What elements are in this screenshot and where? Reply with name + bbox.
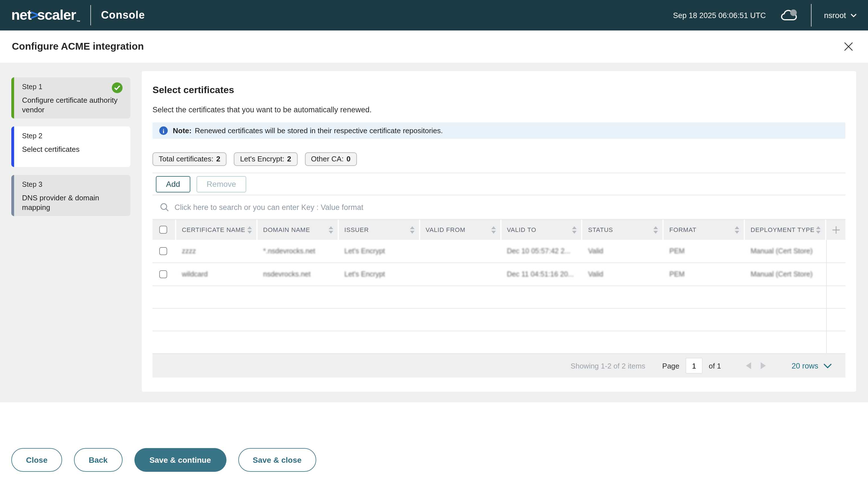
header-status: STATUS xyxy=(583,219,663,240)
chevron-down-icon xyxy=(824,363,832,368)
page-title: Configure ACME integration xyxy=(12,41,144,53)
cell-format: PEM xyxy=(664,263,744,285)
cell-value: PEM xyxy=(670,247,685,255)
note-text: Note: Renewed certificates will be store… xyxy=(173,127,443,135)
cell-value: *.nsdevrocks.net xyxy=(263,247,315,255)
certificates-table: Add Remove CERTIFICATE NAME DOMAIN NAME … xyxy=(153,173,845,378)
certificate-count-badges: Total certificates:2 Let's Encrypt:2 Oth… xyxy=(153,152,845,166)
datetime-label: Sep 18 2025 06:06:51 UTC xyxy=(673,11,766,20)
logo-trademark: ™ xyxy=(76,20,80,24)
badge-other-ca: Other CA:0 xyxy=(305,152,356,166)
badge-total-certificates: Total certificates:2 xyxy=(153,152,226,166)
cell-value: Let's Encrypt xyxy=(344,270,385,278)
badge-label: Other CA: xyxy=(311,155,344,163)
header-valid-from: VALID FROM xyxy=(420,219,500,240)
cell-value: PEM xyxy=(670,270,685,278)
empty-cell xyxy=(153,331,825,353)
product-name: Console xyxy=(101,9,145,22)
wizard-footer: Close Back Save & continue Save & close xyxy=(0,402,868,478)
column-label: STATUS xyxy=(588,226,613,233)
sort-icon[interactable] xyxy=(329,226,333,233)
table-header-row: CERTIFICATE NAME DOMAIN NAME ISSUER VALI… xyxy=(153,219,845,240)
cell-status: Valid xyxy=(583,240,663,263)
header-deployment-type: DEPLOYMENT TYPE xyxy=(745,219,825,240)
sort-icon[interactable] xyxy=(491,226,496,233)
next-page-icon[interactable] xyxy=(761,362,766,369)
close-icon[interactable] xyxy=(844,42,853,52)
back-button[interactable]: Back xyxy=(74,448,122,472)
badge-label: Total certificates: xyxy=(159,155,214,163)
cell-value: wildcard xyxy=(182,270,208,278)
save-and-close-button[interactable]: Save & close xyxy=(238,448,316,472)
header-domain-name: DOMAIN NAME xyxy=(257,219,338,240)
empty-row xyxy=(153,286,845,309)
cell-deployment-type: Manual (Cert Store) xyxy=(745,263,825,285)
empty-row xyxy=(153,309,845,331)
empty-cell xyxy=(153,309,825,331)
cell-format: PEM xyxy=(664,240,744,263)
empty-cell xyxy=(826,286,845,308)
rows-per-page-select[interactable]: 20 rows xyxy=(792,362,832,370)
table-row[interactable]: wildcard nsdevrocks.net Let's Encrypt De… xyxy=(153,263,845,286)
column-label: DOMAIN NAME xyxy=(263,226,310,233)
search-input[interactable] xyxy=(175,203,845,211)
step-1-card[interactable]: Step 1 Configure certificate authority v… xyxy=(11,77,130,118)
cloud-status-icon[interactable] xyxy=(780,9,798,22)
header-valid-to: VALID TO xyxy=(501,219,581,240)
sort-icon[interactable] xyxy=(735,226,739,233)
sort-icon[interactable] xyxy=(816,226,820,233)
column-label: DEPLOYMENT TYPE xyxy=(750,226,814,233)
steps-sidebar: Step 1 Configure certificate authority v… xyxy=(11,77,130,224)
badge-lets-encrypt: Let's Encrypt:2 xyxy=(234,152,297,166)
sort-icon[interactable] xyxy=(572,226,577,233)
info-note: i Note: Renewed certificates will be sto… xyxy=(153,123,845,139)
page-number-input[interactable] xyxy=(686,358,703,374)
empty-row xyxy=(153,331,845,354)
step-2-card[interactable]: Step 2 Select certificates xyxy=(11,127,130,167)
pagination-bar: Showing 1-2 of 2 items Page of 1 20 rows xyxy=(153,354,845,378)
sort-icon[interactable] xyxy=(247,226,252,233)
logo-net: net xyxy=(11,7,31,23)
step-name: DNS provider & domain mapping xyxy=(22,193,123,213)
cell-deployment-type: Manual (Cert Store) xyxy=(745,240,825,263)
cell-value: Valid xyxy=(588,247,603,255)
select-certificates-panel: Select certificates Select the certifica… xyxy=(142,71,856,391)
column-label: ISSUER xyxy=(344,226,369,233)
add-button[interactable]: Add xyxy=(156,176,190,192)
cell-domain-name: nsdevrocks.net xyxy=(257,263,338,285)
row-checkbox[interactable] xyxy=(159,270,167,278)
cell-issuer: Let's Encrypt xyxy=(339,240,419,263)
cell-certificate-name: wildcard xyxy=(176,263,256,285)
row-checkbox[interactable] xyxy=(159,247,167,255)
save-and-continue-button[interactable]: Save & continue xyxy=(134,448,226,472)
sort-icon[interactable] xyxy=(410,226,414,233)
cell-certificate-name: zzzz xyxy=(176,240,256,263)
remove-button[interactable]: Remove xyxy=(196,176,246,192)
modal-header: Configure ACME integration xyxy=(0,31,868,63)
step-3-card[interactable]: Step 3 DNS provider & domain mapping xyxy=(11,175,130,216)
row-extra-cell xyxy=(826,240,845,263)
cell-valid-to: Dec 10 05:57:42 2... xyxy=(501,240,581,263)
empty-cell xyxy=(826,309,845,331)
section-heading: Select certificates xyxy=(153,84,845,96)
empty-cell xyxy=(826,331,845,353)
cell-value: Manual (Cert Store) xyxy=(750,270,813,278)
step-name: Configure certificate authority vendor xyxy=(22,95,123,115)
step-label: Step 2 xyxy=(22,132,123,140)
header-checkbox-cell xyxy=(153,219,175,240)
column-label: VALID FROM xyxy=(426,226,465,233)
topbar-divider xyxy=(90,5,91,25)
plus-icon[interactable] xyxy=(832,226,840,234)
select-all-checkbox[interactable] xyxy=(159,226,167,234)
user-menu[interactable]: nsroot xyxy=(824,11,857,20)
note-label: Note: xyxy=(173,127,191,135)
close-button[interactable]: Close xyxy=(11,448,62,472)
badge-value: 2 xyxy=(216,155,220,163)
previous-page-icon[interactable] xyxy=(746,362,751,369)
cell-valid-from xyxy=(420,263,500,285)
page-of-label: of 1 xyxy=(709,362,721,370)
sort-icon[interactable] xyxy=(654,226,658,233)
top-bar: net>scaler™ Console Sep 18 2025 06:06:51… xyxy=(0,0,868,31)
table-row[interactable]: zzzz *.nsdevrocks.net Let's Encrypt Dec … xyxy=(153,240,845,263)
cell-valid-to: Dec 11 04:51:16 20... xyxy=(501,263,581,285)
